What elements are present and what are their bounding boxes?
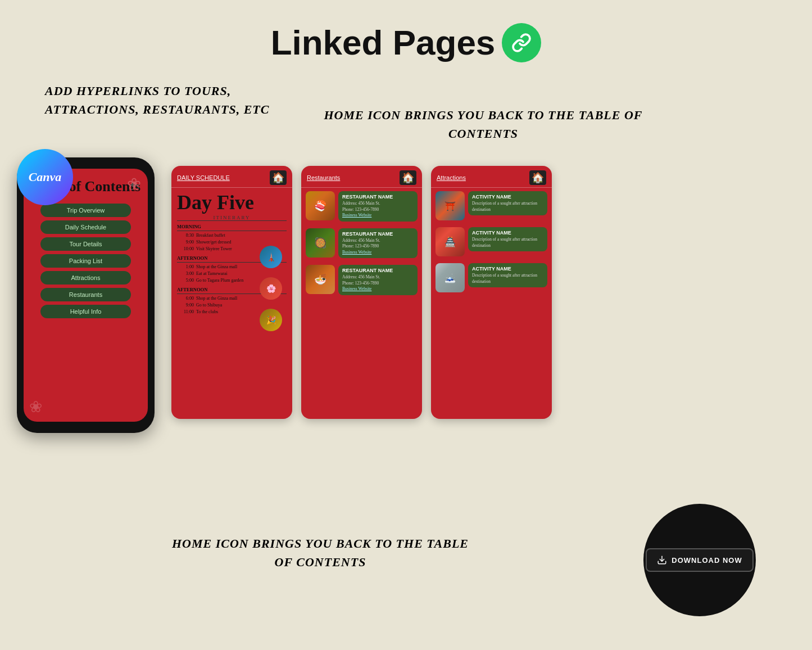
- schedule-row-8: 9:00Go to Shibuya: [177, 302, 287, 309]
- restaurant-website-2[interactable]: Business Website: [342, 250, 414, 256]
- nav-btn-attractions[interactable]: Attractions: [40, 271, 131, 285]
- schedule-row-2: 9:00Shower/get dressed: [177, 239, 287, 246]
- itinerary-label: ITINERARY: [177, 215, 287, 221]
- floral-decoration-bottom: ❀: [29, 398, 42, 416]
- restaurant-name-3: RESTAURANT NAME: [342, 268, 414, 273]
- food3-image: 🍜: [306, 265, 335, 294]
- attractions-header-label: Attractions: [437, 174, 466, 181]
- schedule-row-5: 3:00Eat at Tamewarai: [177, 270, 287, 277]
- restaurant-photo-1: 🍣: [306, 191, 335, 220]
- daily-schedule-card: DAILY SCHEDULE 🏠 Day Five ITINERARY MORN…: [171, 166, 292, 419]
- schedule-row-1: 8:30Breakfast buffet: [177, 232, 287, 239]
- attractions-home-icon[interactable]: 🏠: [529, 170, 546, 185]
- link-icon: [502, 23, 541, 62]
- restaurant-address-2: Address: 456 Main St.: [342, 238, 414, 244]
- restaurant-entry-2: 🥘 RESTAURANT NAME Address: 456 Main St. …: [306, 228, 418, 259]
- nav-btn-daily-schedule[interactable]: Daily Schedule: [40, 220, 131, 234]
- restaurant-website-3[interactable]: Business Website: [342, 286, 414, 292]
- restaurant-website-1[interactable]: Business Website: [342, 213, 414, 219]
- restaurant-address-1: Address: 456 Main St.: [342, 201, 414, 207]
- restaurant-phone-3: Phone: 123-456-7890: [342, 281, 414, 287]
- restaurants-header-label: Restaurants: [307, 174, 340, 181]
- attraction-entry-3: 🗻 ACTIVITY NAME Description of a sought …: [436, 263, 547, 292]
- attraction-entry-2: 🏯 ACTIVITY NAME Description of a sought …: [436, 227, 547, 256]
- day-title: Day Five: [177, 192, 287, 213]
- torii-gate-image: ⛩️: [436, 191, 465, 220]
- sushi-image: 🍣: [306, 191, 335, 220]
- attraction-info-3: ACTIVITY NAME Description of a sought af…: [468, 263, 547, 287]
- divider-1: [177, 231, 287, 231]
- restaurant-name-1: RESTAURANT NAME: [342, 194, 414, 200]
- attraction-desc-1: Description of a sought after attraction…: [472, 201, 543, 213]
- restaurant-address-3: Address: 456 Main St.: [342, 274, 414, 281]
- floral-decoration-top: ❀: [127, 174, 141, 194]
- shrine-image: 🏯: [436, 227, 465, 256]
- restaurants-home-icon[interactable]: 🏠: [400, 170, 416, 185]
- cards-container: DAILY SCHEDULE 🏠 Day Five ITINERARY MORN…: [171, 166, 552, 419]
- restaurant-name-2: RESTAURANT NAME: [342, 231, 414, 237]
- attraction-name-3: ACTIVITY NAME: [472, 266, 543, 272]
- phone-toc-screen: ❀ Table of Contents Trip Overview Daily …: [24, 169, 148, 422]
- food2-image: 🥘: [306, 228, 335, 258]
- restaurant-info-2: RESTAURANT NAME Address: 456 Main St. Ph…: [338, 228, 418, 259]
- bottom-text: Home Icon Brings You Back to the Table o…: [171, 534, 469, 571]
- schedule-row-3: 10:00Visit Skytree Tower 🗼: [177, 246, 287, 252]
- nav-btn-packing-list[interactable]: Packing List: [40, 254, 131, 268]
- attraction-info-1: ACTIVITY NAME Description of a sought af…: [468, 191, 547, 215]
- attraction-desc-2: Description of a sought after attraction…: [472, 237, 543, 249]
- page-title: Linked Pages: [271, 22, 496, 62]
- restaurant-phone-2: Phone: 123-456-7890: [342, 243, 414, 250]
- download-button[interactable]: DOWNLOAD NOW: [643, 504, 756, 616]
- nav-btn-helpful-info[interactable]: Helpful Info: [40, 305, 131, 318]
- restaurant-photo-3: 🍜: [306, 265, 335, 294]
- page-header: Linked Pages: [0, 0, 812, 62]
- download-btn-inner[interactable]: DOWNLOAD NOW: [646, 548, 753, 572]
- subtitle-left: Add Hyperlinks to Tours, Attractions, Re…: [45, 82, 281, 119]
- download-icon: [657, 555, 667, 565]
- attractions-card-header: Attractions 🏠: [431, 166, 552, 188]
- restaurant-photo-2: 🥘: [306, 228, 335, 258]
- schedule-row-6: 5:00Go to Tagara Plum garden 🌸: [177, 277, 287, 284]
- attraction-photo-1: ⛩️: [436, 191, 465, 220]
- canva-badge: Canva: [17, 149, 73, 205]
- attractions-card: Attractions 🏠 ⛩️ ACTIVITY NAME Descripti…: [431, 166, 552, 419]
- nav-btn-tour-details[interactable]: Tour Details: [40, 237, 131, 251]
- restaurants-card-header: Restaurants 🏠: [301, 166, 422, 188]
- attraction-info-2: ACTIVITY NAME Description of a sought af…: [468, 227, 547, 251]
- morning-section: MORNING: [177, 224, 287, 229]
- schedule-card-body: Day Five ITINERARY MORNING 8:30Breakfast…: [171, 188, 292, 419]
- download-label: DOWNLOAD NOW: [672, 556, 742, 565]
- schedule-row-9: 11:00To the clubs 🎉: [177, 309, 287, 315]
- restaurant-info-3: RESTAURANT NAME Address: 456 Main St. Ph…: [338, 265, 418, 295]
- attraction-name-1: ACTIVITY NAME: [472, 194, 543, 200]
- nav-btn-restaurants[interactable]: Restaurants: [40, 288, 131, 301]
- restaurant-entry-3: 🍜 RESTAURANT NAME Address: 456 Main St. …: [306, 265, 418, 295]
- attraction-photo-3: 🗻: [436, 263, 465, 292]
- nav-btn-trip-overview[interactable]: Trip Overview: [40, 204, 131, 217]
- subtitle-right: Home Icon Brings You Back to the Table o…: [315, 106, 652, 143]
- mountain-image: 🗻: [436, 263, 465, 292]
- schedule-home-icon[interactable]: 🏠: [270, 170, 287, 185]
- attraction-entry-1: ⛩️ ACTIVITY NAME Description of a sought…: [436, 191, 547, 220]
- restaurant-entry-1: 🍣 RESTAURANT NAME Address: 456 Main St. …: [306, 191, 418, 222]
- schedule-card-header: DAILY SCHEDULE 🏠: [171, 166, 292, 188]
- attraction-name-2: ACTIVITY NAME: [472, 230, 543, 236]
- attraction-photo-2: 🏯: [436, 227, 465, 256]
- restaurants-card: Restaurants 🏠 🍣 RESTAURANT NAME Address:…: [301, 166, 422, 419]
- restaurant-info-1: RESTAURANT NAME Address: 456 Main St. Ph…: [338, 191, 418, 222]
- restaurant-phone-1: Phone: 123-456-7890: [342, 207, 414, 213]
- attraction-desc-3: Description of a sought after attraction…: [472, 273, 543, 285]
- schedule-header-label: DAILY SCHEDULE: [177, 174, 230, 181]
